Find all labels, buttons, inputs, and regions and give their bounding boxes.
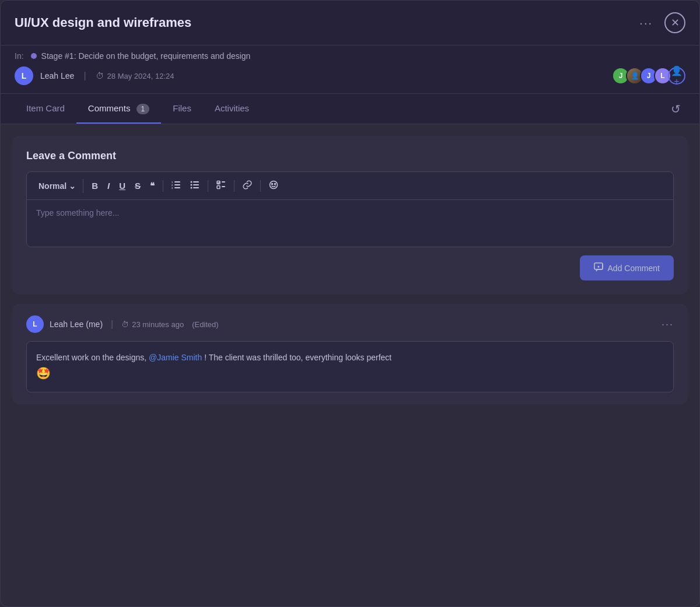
- clock-icon: ⏱: [96, 71, 104, 80]
- comment-clock-icon: ⏱: [121, 320, 129, 329]
- bold-button[interactable]: B: [88, 178, 102, 193]
- refresh-button[interactable]: ↺: [666, 97, 685, 121]
- comment-body: Excellent work on the designs, @Jamie Sm…: [26, 341, 674, 392]
- add-comment-label: Add Comment: [608, 264, 660, 273]
- svg-rect-11: [193, 187, 199, 188]
- svg-text:3: 3: [172, 187, 173, 190]
- comment-text-after: ! The client was thrilled too, everythin…: [204, 353, 391, 362]
- toolbar-separator-3: [234, 180, 235, 192]
- subheader: In: Stage #1: Decide on the budget, requ…: [1, 45, 699, 94]
- add-comment-icon: [594, 262, 603, 273]
- toolbar-separator-2: [208, 180, 208, 192]
- svg-rect-0: [174, 181, 180, 183]
- meta-left: L Leah Lee | ⏱ 28 May 2024, 12:24: [15, 66, 174, 85]
- ordered-list-icon: 123: [172, 180, 181, 191]
- checklist-button[interactable]: [213, 178, 229, 194]
- comment-header: L Leah Lee (me) | ⏱ 23 minutes ago (Edit…: [26, 315, 674, 333]
- comment-author-avatar: L: [26, 315, 44, 333]
- more-options-button[interactable]: ···: [635, 14, 657, 32]
- comment-time: ⏱ 23 minutes ago: [121, 320, 184, 329]
- edited-label: (Edited): [192, 320, 219, 329]
- tabs-bar: Item Card Comments 1 Files Activities ↺: [1, 94, 699, 124]
- composer-footer: Add Comment: [26, 255, 674, 280]
- quote-button[interactable]: ❝: [146, 178, 158, 194]
- editor-body[interactable]: Type something here...: [27, 200, 673, 247]
- meta-divider: |: [83, 71, 86, 81]
- comments-badge: 1: [136, 104, 150, 114]
- emoji-picker-icon: [269, 180, 278, 191]
- tab-item-card[interactable]: Item Card: [15, 94, 76, 124]
- stage-name: Stage #1: Decide on the budget, requirem…: [41, 51, 251, 61]
- editor-placeholder: Type something here...: [36, 208, 119, 217]
- refresh-icon: ↺: [671, 103, 681, 115]
- author-name: Leah Lee: [40, 71, 74, 80]
- italic-button[interactable]: I: [104, 178, 113, 193]
- svg-point-10: [191, 187, 192, 189]
- comment-text-before: Excellent work on the designs,: [36, 353, 146, 362]
- svg-rect-15: [222, 186, 225, 187]
- svg-rect-9: [193, 184, 199, 185]
- main-content: Leave a Comment Normal ⌄ B I U: [1, 124, 699, 416]
- author-avatar: L: [15, 66, 33, 85]
- format-dropdown[interactable]: Normal ⌄: [34, 179, 83, 193]
- link-icon: [243, 180, 252, 191]
- tab-activities[interactable]: Activities: [203, 94, 261, 124]
- unordered-list-icon: [190, 180, 200, 191]
- tabs-list: Item Card Comments 1 Files Activities: [15, 94, 261, 124]
- format-label: Normal: [38, 181, 66, 191]
- svg-point-16: [270, 181, 278, 189]
- svg-rect-14: [217, 186, 220, 189]
- toolbar-separator-4: [260, 180, 261, 192]
- comment-more-button[interactable]: ···: [662, 318, 674, 331]
- close-button[interactable]: ✕: [664, 12, 685, 33]
- tab-files[interactable]: Files: [161, 94, 203, 124]
- editor-toolbar: Normal ⌄ B I U S ❝: [27, 172, 673, 200]
- svg-point-17: [272, 184, 273, 185]
- header-actions: ··· ✕: [635, 12, 685, 33]
- ordered-list-button[interactable]: 123: [168, 178, 184, 194]
- add-member-icon: 👤+: [669, 65, 684, 87]
- emoji-button[interactable]: [265, 178, 282, 194]
- link-button[interactable]: [239, 178, 256, 194]
- avatar-group: J 👤 J L 👤+: [612, 67, 685, 85]
- unordered-list-button[interactable]: [187, 178, 203, 194]
- add-comment-button[interactable]: Add Comment: [580, 255, 674, 280]
- svg-point-6: [191, 181, 192, 183]
- timestamp-value: 28 May 2024, 12:24: [107, 72, 174, 80]
- stage-dot-icon: [31, 53, 37, 59]
- strikethrough-button[interactable]: S: [131, 178, 144, 193]
- comment-meta: L Leah Lee (me) | ⏱ 23 minutes ago (Edit…: [26, 315, 219, 333]
- modal-title: UI/UX design and wireframes: [15, 15, 191, 30]
- comment-mention[interactable]: @Jamie Smith: [149, 353, 202, 362]
- tab-comments[interactable]: Comments 1: [76, 94, 161, 124]
- svg-rect-2: [174, 187, 180, 188]
- svg-point-18: [275, 184, 276, 185]
- svg-rect-1: [174, 184, 180, 185]
- svg-rect-13: [222, 181, 225, 183]
- stage-line: In: Stage #1: Decide on the budget, requ…: [15, 51, 685, 61]
- stage-prefix: In:: [15, 51, 24, 61]
- comment-emoji: 🤩: [36, 367, 51, 380]
- modal-header: UI/UX design and wireframes ··· ✕: [1, 1, 699, 45]
- svg-rect-7: [193, 181, 199, 183]
- comment-composer: Leave a Comment Normal ⌄ B I U: [12, 136, 688, 294]
- underline-button[interactable]: U: [116, 178, 129, 193]
- comment-meta-divider: |: [111, 319, 113, 329]
- modal-container: UI/UX design and wireframes ··· ✕ In: St…: [0, 0, 700, 607]
- timestamp: ⏱ 28 May 2024, 12:24: [96, 71, 174, 80]
- toolbar-separator-1: [163, 180, 163, 192]
- add-member-button[interactable]: 👤+: [668, 67, 685, 85]
- comment-timestamp: 23 minutes ago: [132, 320, 184, 329]
- comment-author-name: Leah Lee (me): [50, 320, 103, 329]
- chevron-down-icon: ⌄: [69, 181, 76, 191]
- checklist-icon: [216, 180, 226, 191]
- editor-container: Normal ⌄ B I U S ❝: [26, 171, 674, 247]
- composer-title: Leave a Comment: [26, 150, 674, 162]
- comment-item: L Leah Lee (me) | ⏱ 23 minutes ago (Edit…: [12, 304, 688, 404]
- svg-point-8: [191, 184, 192, 186]
- meta-line: L Leah Lee | ⏱ 28 May 2024, 12:24 J 👤 J …: [15, 66, 685, 85]
